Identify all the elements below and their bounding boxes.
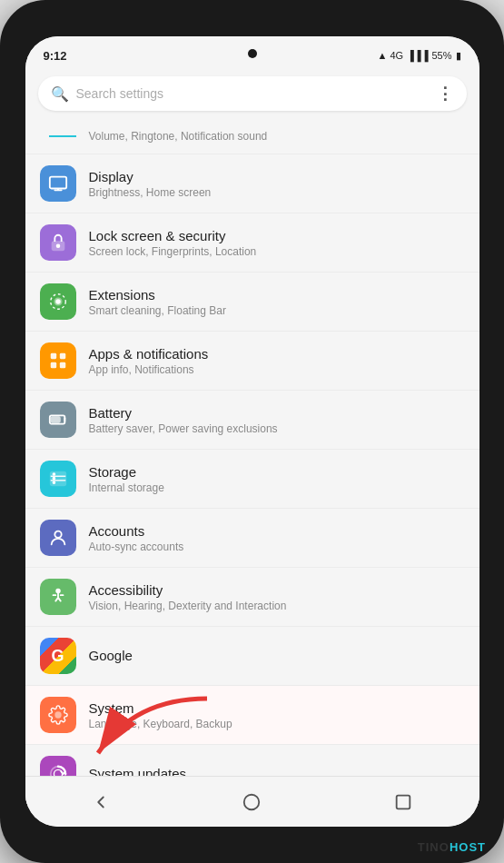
svg-rect-9 — [59, 353, 64, 359]
battery-icon: 55% — [431, 50, 451, 61]
phone-frame: 9:12 ▲ 4G ▐▐▐ 55% ▮ 🔍 Search settings ⋮ … — [0, 0, 504, 863]
svg-point-17 — [53, 473, 54, 475]
display-icon — [40, 165, 76, 202]
partial-settings-item[interactable]: Volume, Ringtone, Notification sound — [25, 118, 479, 154]
svg-rect-27 — [397, 795, 410, 808]
network-icon: ▲ 4G — [377, 50, 403, 61]
settings-item-accessibility[interactable]: Accessibility Vision, Hearing, Dexterity… — [25, 568, 479, 627]
accounts-icon — [40, 520, 76, 556]
svg-point-4 — [56, 244, 59, 247]
partial-icon-line — [49, 135, 76, 137]
svg-rect-13 — [51, 417, 59, 422]
status-time: 9:12 — [44, 49, 67, 63]
settings-list: Display Brightness, Home screen Lock scr… — [25, 154, 479, 810]
system-subtitle: Language, Keyboard, Backup — [89, 718, 465, 730]
accounts-text: Accounts Auto-sync accounts — [89, 523, 465, 553]
svg-rect-11 — [59, 362, 64, 368]
extensions-subtitle: Smart cleaning, Floating Bar — [89, 304, 465, 317]
extensions-title: Extensions — [89, 287, 465, 303]
settings-item-system[interactable]: System Language, Keyboard, Backup — [25, 686, 479, 745]
more-options-icon[interactable]: ⋮ — [437, 84, 454, 104]
status-icons: ▲ 4G ▐▐▐ 55% ▮ — [377, 50, 460, 62]
apps-text: Apps & notifications App info, Notificat… — [89, 346, 465, 376]
display-subtitle: Brightness, Home screen — [89, 186, 465, 199]
settings-item-accounts[interactable]: Accounts Auto-sync accounts — [25, 509, 479, 568]
extensions-icon — [40, 283, 76, 320]
partial-item-text: Volume, Ringtone, Notification sound — [89, 130, 268, 143]
signal-icon: ▐▐▐ — [407, 50, 428, 61]
svg-point-19 — [53, 481, 54, 483]
storage-subtitle: Internal storage — [89, 481, 465, 494]
display-text: Display Brightness, Home screen — [89, 169, 465, 199]
lock-screen-text: Lock screen & security Screen lock, Fing… — [89, 228, 465, 258]
accessibility-text: Accessibility Vision, Hearing, Dexterity… — [89, 582, 465, 612]
apps-subtitle: App info, Notifications — [89, 363, 465, 376]
storage-text: Storage Internal storage — [89, 464, 465, 494]
battery-text: Battery Battery saver, Power saving excl… — [89, 405, 465, 435]
nav-bar — [25, 776, 479, 827]
settings-item-apps[interactable]: Apps & notifications App info, Notificat… — [25, 332, 479, 391]
lock-screen-subtitle: Screen lock, Fingerprints, Location — [89, 245, 465, 258]
extensions-text: Extensions Smart cleaning, Floating Bar — [89, 287, 465, 317]
settings-item-display[interactable]: Display Brightness, Home screen — [25, 154, 479, 213]
storage-title: Storage — [89, 464, 465, 480]
search-input-placeholder[interactable]: Search settings — [76, 86, 437, 101]
system-title: System — [89, 700, 465, 716]
lock-screen-title: Lock screen & security — [89, 228, 465, 243]
back-button[interactable] — [83, 784, 119, 820]
svg-rect-0 — [49, 177, 65, 189]
home-button[interactable] — [233, 784, 270, 820]
settings-item-battery[interactable]: Battery Battery saver, Power saving excl… — [25, 391, 479, 450]
battery-settings-icon — [40, 402, 76, 438]
settings-item-lock-screen[interactable]: Lock screen & security Screen lock, Fing… — [25, 213, 479, 273]
camera-notch — [248, 49, 257, 58]
accounts-subtitle: Auto-sync accounts — [89, 541, 465, 553]
display-title: Display — [89, 169, 465, 184]
storage-icon — [40, 461, 76, 497]
apps-icon — [40, 342, 76, 379]
svg-point-22 — [55, 712, 61, 718]
battery-visual: ▮ — [456, 50, 461, 62]
settings-item-storage[interactable]: Storage Internal storage — [25, 450, 479, 509]
svg-point-20 — [54, 531, 61, 538]
svg-rect-8 — [50, 353, 55, 359]
accounts-title: Accounts — [89, 523, 465, 539]
settings-item-google[interactable]: G Google — [25, 627, 479, 686]
watermark-tino: TINO — [418, 840, 450, 854]
system-text: System Language, Keyboard, Backup — [89, 700, 465, 730]
svg-point-7 — [56, 300, 60, 303]
search-bar[interactable]: 🔍 Search settings ⋮ — [38, 76, 467, 111]
accessibility-icon — [40, 579, 76, 615]
system-icon — [40, 697, 76, 733]
svg-point-18 — [53, 478, 54, 480]
svg-rect-10 — [50, 362, 55, 368]
settings-item-extensions[interactable]: Extensions Smart cleaning, Floating Bar — [25, 273, 479, 332]
lock-screen-icon — [40, 224, 76, 261]
accessibility-subtitle: Vision, Hearing, Dexterity and Interacti… — [89, 600, 465, 612]
google-text: Google — [89, 648, 465, 665]
accessibility-title: Accessibility — [89, 582, 465, 598]
google-title: Google — [89, 648, 465, 663]
watermark: TINOHOST — [418, 840, 486, 854]
phone-screen: 9:12 ▲ 4G ▐▐▐ 55% ▮ 🔍 Search settings ⋮ … — [25, 36, 479, 827]
search-icon: 🔍 — [51, 85, 69, 103]
google-icon: G — [40, 638, 76, 674]
watermark-host: HOST — [450, 840, 486, 854]
svg-point-26 — [244, 794, 260, 809]
recents-button[interactable] — [385, 784, 421, 820]
battery-title: Battery — [89, 405, 465, 421]
battery-subtitle: Battery saver, Power saving exclusions — [89, 422, 465, 435]
apps-title: Apps & notifications — [89, 346, 465, 362]
